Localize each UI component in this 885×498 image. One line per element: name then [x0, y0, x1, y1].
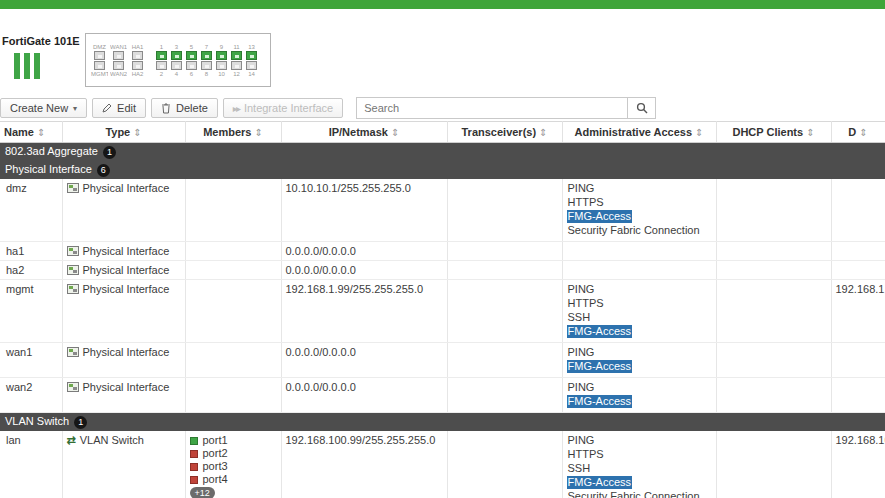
group-row[interactable]: VLAN Switch1	[0, 413, 885, 432]
column-header-ip-netmask[interactable]: IP/Netmask⇕	[281, 122, 447, 143]
port-number: 1	[155, 44, 168, 50]
column-header-members[interactable]: Members⇕	[185, 122, 281, 143]
cell-dhcp-clients	[716, 280, 831, 343]
search-button[interactable]	[628, 97, 656, 119]
search-input[interactable]	[356, 97, 628, 119]
table-row[interactable]: dmzPhysical Interface10.10.10.1/255.255.…	[0, 179, 885, 242]
table-row[interactable]: wan2Physical Interface0.0.0.0/0.0.0.0PIN…	[0, 378, 885, 413]
port-led	[201, 51, 212, 60]
group-count-badge: 1	[74, 416, 87, 429]
more-members-badge[interactable]: +12	[190, 487, 215, 498]
cell-transceiver	[447, 343, 562, 378]
cell-dhcp-clients	[716, 261, 831, 280]
admin-access-item: Security Fabric Connection	[567, 224, 701, 237]
interface-type-label: VLAN Switch	[80, 434, 144, 446]
port-led	[156, 51, 167, 60]
port-label: WAN2	[110, 71, 127, 77]
port-label: WAN1	[110, 44, 127, 50]
group-row[interactable]: 802.3ad Aggregate1	[0, 143, 885, 162]
search-icon	[636, 102, 648, 114]
interfaces-table: Name⇕Type⇕Members⇕IP/Netmask⇕Transceiver…	[0, 121, 885, 498]
table-row[interactable]: ha2Physical Interface0.0.0.0/0.0.0.0	[0, 261, 885, 280]
cell-transceiver	[447, 242, 562, 261]
create-new-button[interactable]: Create New ▾	[0, 98, 87, 118]
group-label: 802.3ad Aggregate	[5, 145, 98, 157]
cell-dhcp-range	[831, 378, 885, 413]
group-row-cell[interactable]: Physical Interface6	[0, 161, 885, 179]
group-row-cell[interactable]: VLAN Switch1	[0, 413, 885, 432]
cell-interface-type: Physical Interface	[62, 378, 185, 413]
cell-members	[185, 179, 281, 242]
physical-interface-icon	[67, 382, 79, 392]
led-bar	[14, 53, 20, 79]
group-count-badge: 1	[103, 146, 116, 159]
port-number: 9	[215, 44, 228, 50]
port-led	[132, 51, 143, 60]
interface-type-label: Physical Interface	[83, 346, 170, 358]
port-group-mgmt: DMZWAN1HA1MGMTWAN2HA2	[91, 44, 146, 77]
table-row[interactable]: wan1Physical Interface0.0.0.0/0.0.0.0PIN…	[0, 343, 885, 378]
port-number: 5	[185, 44, 198, 50]
table-header-row: Name⇕Type⇕Members⇕IP/Netmask⇕Transceiver…	[0, 122, 885, 143]
port-label: HA1	[129, 44, 146, 50]
cell-dhcp-range	[831, 242, 885, 261]
port-status-icon	[190, 476, 198, 484]
interface-type-label: Physical Interface	[83, 182, 170, 194]
cell-transceiver	[447, 261, 562, 280]
table-row[interactable]: mgmtPhysical Interface192.168.1.99/255.2…	[0, 280, 885, 343]
table-row[interactable]: lan⇄VLAN Switchport1port2port3port4+1219…	[0, 431, 885, 498]
admin-access-item: HTTPS	[567, 448, 605, 461]
delete-label: Delete	[176, 102, 208, 114]
member-port-label: port3	[203, 460, 228, 472]
port-number: 2	[155, 71, 168, 77]
edit-label: Edit	[117, 102, 136, 114]
cell-interface-type: Physical Interface	[62, 261, 185, 280]
cell-ip-netmask: 192.168.100.99/255.255.255.0	[281, 431, 447, 498]
cell-ip-netmask: 0.0.0.0/0.0.0.0	[281, 261, 447, 280]
sort-icon: ⇕	[806, 127, 814, 138]
cell-dhcp-range	[831, 343, 885, 378]
table-row[interactable]: ha1Physical Interface0.0.0.0/0.0.0.0	[0, 242, 885, 261]
sort-icon: ⇕	[859, 127, 867, 138]
port-led	[246, 51, 257, 60]
admin-access-item: PING	[567, 434, 596, 447]
cell-ip-netmask: 192.168.1.99/255.255.255.0	[281, 280, 447, 343]
column-header-transceiver-s-[interactable]: Transceiver(s)⇕	[447, 122, 562, 143]
group-row[interactable]: Physical Interface6	[0, 161, 885, 179]
integrate-interface-label: Integrate Interface	[244, 102, 333, 114]
cell-members	[185, 280, 281, 343]
led-bar	[24, 53, 30, 79]
status-led-bars	[14, 53, 40, 79]
cell-members	[185, 378, 281, 413]
cell-ip-netmask: 0.0.0.0/0.0.0.0	[281, 242, 447, 261]
column-header-d[interactable]: D⇕	[831, 122, 885, 143]
cell-dhcp-range	[831, 179, 885, 242]
column-header-dhcp-clients[interactable]: DHCP Clients⇕	[716, 122, 831, 143]
port-number: 11	[230, 44, 243, 50]
double-arrow-icon: ▸▸	[233, 103, 239, 114]
port-led	[94, 51, 105, 60]
port-led	[171, 61, 182, 70]
port-status-panel: DMZWAN1HA1MGMTWAN2HA2 135791113246810121…	[85, 33, 271, 87]
edit-button[interactable]: Edit	[92, 98, 146, 118]
cell-transceiver	[447, 179, 562, 242]
admin-access-item: SSH	[567, 462, 592, 475]
port-status-icon	[190, 437, 198, 445]
pencil-icon	[102, 103, 112, 113]
interface-type-label: Physical Interface	[83, 264, 170, 276]
port-number: 14	[245, 71, 258, 77]
column-header-type[interactable]: Type⇕	[62, 122, 185, 143]
cell-dhcp-clients	[716, 343, 831, 378]
delete-button[interactable]: Delete	[151, 98, 218, 118]
admin-access-item: Security Fabric Connection	[567, 490, 701, 498]
column-header-administrative-access[interactable]: Administrative Access⇕	[562, 122, 716, 143]
column-header-name[interactable]: Name⇕	[0, 122, 62, 143]
cell-dhcp-range: 192.168.10.	[831, 431, 885, 498]
cell-interface-type: ⇄VLAN Switch	[62, 431, 185, 498]
admin-access-item: PING	[567, 381, 596, 394]
sort-icon: ⇕	[254, 127, 262, 138]
toolbar: Create New ▾ Edit Delete ▸▸ Integrate In…	[0, 95, 885, 121]
physical-interface-icon	[67, 246, 79, 256]
physical-interface-icon	[67, 347, 79, 357]
group-row-cell[interactable]: 802.3ad Aggregate1	[0, 143, 885, 162]
